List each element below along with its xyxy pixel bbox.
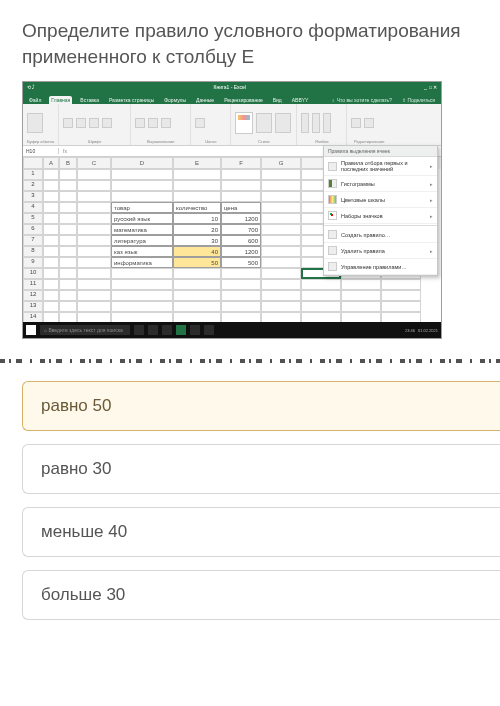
- cell-E9[interactable]: 50: [173, 257, 221, 268]
- dropdown-item-iconsets[interactable]: Наборы значков▸: [324, 208, 437, 224]
- row-10[interactable]: 10: [23, 268, 43, 279]
- start-icon[interactable]: [26, 325, 36, 335]
- format-cell-icon[interactable]: [323, 113, 331, 133]
- taskbar-icon[interactable]: [134, 325, 144, 335]
- cell-D9[interactable]: информатика: [111, 257, 173, 268]
- col-D[interactable]: D: [111, 157, 173, 169]
- chevron-right-icon: ▸: [430, 248, 433, 254]
- tab-view[interactable]: Вид: [271, 96, 284, 104]
- dropdown-item-scales[interactable]: Цветовые шкалы▸: [324, 192, 437, 208]
- row-5[interactable]: 5: [23, 213, 43, 224]
- taskbar-icon[interactable]: [148, 325, 158, 335]
- cell-D5[interactable]: русский язык: [111, 213, 173, 224]
- merge-icon[interactable]: [161, 118, 171, 128]
- col-G[interactable]: G: [261, 157, 301, 169]
- header-товар[interactable]: товар: [111, 202, 173, 213]
- col-B[interactable]: B: [59, 157, 77, 169]
- row-2[interactable]: 2: [23, 180, 43, 191]
- font-icon[interactable]: [63, 118, 73, 128]
- cell-F7[interactable]: 600: [221, 235, 261, 246]
- taskbar-icon[interactable]: [190, 325, 200, 335]
- cell-D6[interactable]: математика: [111, 224, 173, 235]
- ribbon: Буфер обмена Шрифт Выравнивание Число Ст…: [23, 104, 441, 146]
- row-11[interactable]: 11: [23, 279, 43, 290]
- clear-rules-icon: [328, 246, 337, 255]
- col-E[interactable]: E: [173, 157, 221, 169]
- taskbar-search[interactable]: ⌕ Введите здесь текст для поиска: [40, 325, 130, 335]
- tab-insert[interactable]: Вставка: [78, 96, 101, 104]
- taskbar-icon[interactable]: [204, 325, 214, 335]
- cell-D8[interactable]: каз язык: [111, 246, 173, 257]
- dropdown-item-manage-rules[interactable]: Управление правилами…: [324, 259, 437, 275]
- fill-icon[interactable]: [102, 118, 112, 128]
- size-icon[interactable]: [76, 118, 86, 128]
- system-tray[interactable]: 23:46 01.02.2021: [405, 328, 438, 333]
- tell-me[interactable]: ♀ Что вы хотите сделать?: [330, 96, 394, 104]
- label-editing: Редактирование: [351, 139, 387, 144]
- dropdown-item-top-bottom[interactable]: Правила отбора первых и последних значен…: [324, 157, 437, 176]
- answer-options: равно 50 равно 30 меньше 40 больше 30: [0, 381, 500, 620]
- paste-icon[interactable]: [27, 113, 43, 133]
- cell-E7[interactable]: 30: [173, 235, 221, 246]
- wrap-icon[interactable]: [148, 118, 158, 128]
- dropdown-item-new-rule[interactable]: Создать правило…: [324, 227, 437, 243]
- cell-F8[interactable]: 1200: [221, 246, 261, 257]
- col-A[interactable]: A: [43, 157, 59, 169]
- cell-F9[interactable]: 500: [221, 257, 261, 268]
- col-F[interactable]: F: [221, 157, 261, 169]
- name-box[interactable]: H10: [23, 148, 59, 154]
- tab-layout[interactable]: Разметка страницы: [107, 96, 156, 104]
- bold-icon[interactable]: [89, 118, 99, 128]
- taskbar-icon[interactable]: [162, 325, 172, 335]
- share-button[interactable]: ⇪ Поделиться: [400, 96, 437, 104]
- window-controls[interactable]: ⎯ ◻ ✕: [424, 84, 437, 90]
- tab-formulas[interactable]: Формулы: [162, 96, 188, 104]
- row-3[interactable]: 3: [23, 191, 43, 202]
- format-table-icon[interactable]: [256, 113, 272, 133]
- delete-cell-icon[interactable]: [312, 113, 320, 133]
- fx-icon[interactable]: fx: [59, 148, 71, 154]
- header-количество[interactable]: количество: [173, 202, 221, 213]
- row-9[interactable]: 9: [23, 257, 43, 268]
- answer-option-2[interactable]: равно 30: [22, 444, 500, 494]
- row-7[interactable]: 7: [23, 235, 43, 246]
- dropdown-item-clear-rules[interactable]: Удалить правила▸: [324, 243, 437, 259]
- answer-option-1[interactable]: равно 50: [22, 381, 500, 431]
- tab-home[interactable]: Главная: [49, 96, 72, 104]
- col-C[interactable]: C: [77, 157, 111, 169]
- cell-F5[interactable]: 1200: [221, 213, 261, 224]
- cell-F6[interactable]: 700: [221, 224, 261, 235]
- dropdown-item-bars[interactable]: Гистограммы▸: [324, 176, 437, 192]
- row-8[interactable]: 8: [23, 246, 43, 257]
- header-цена[interactable]: цена: [221, 202, 261, 213]
- answer-option-3[interactable]: меньше 40: [22, 507, 500, 557]
- cell-E8[interactable]: 40: [173, 246, 221, 257]
- tray-date: 01.02.2021: [418, 328, 438, 333]
- tab-data[interactable]: Данные: [194, 96, 216, 104]
- row-1[interactable]: 1: [23, 169, 43, 180]
- row-13[interactable]: 13: [23, 301, 43, 312]
- tab-file[interactable]: Файл: [27, 96, 43, 104]
- answer-option-4[interactable]: больше 30: [22, 570, 500, 620]
- cell-D7[interactable]: литература: [111, 235, 173, 246]
- align-icon[interactable]: [135, 118, 145, 128]
- cell-styles-icon[interactable]: [275, 113, 291, 133]
- row-12[interactable]: 12: [23, 290, 43, 301]
- label-number: Число: [195, 139, 226, 144]
- insert-cell-icon[interactable]: [301, 113, 309, 133]
- cell-E6[interactable]: 20: [173, 224, 221, 235]
- tab-abbyy[interactable]: ABBYY: [290, 96, 311, 104]
- tab-review[interactable]: Рецензирование: [222, 96, 265, 104]
- section-divider: [0, 359, 500, 363]
- conditional-formatting-icon[interactable]: [235, 112, 253, 134]
- number-format-icon[interactable]: [195, 118, 205, 128]
- sum-icon[interactable]: [351, 118, 361, 128]
- sort-icon[interactable]: [364, 118, 374, 128]
- excel-screenshot: ⟲ ⤴ Книга1 - Excel ⎯ ◻ ✕ Файл Главная Вс…: [22, 81, 442, 339]
- dropdown-header[interactable]: Правила выделения ячеек: [324, 146, 437, 157]
- cell-E5[interactable]: 10: [173, 213, 221, 224]
- group-styles: Стили: [231, 104, 297, 145]
- row-4[interactable]: 4: [23, 202, 43, 213]
- taskbar-excel-icon[interactable]: [176, 325, 186, 335]
- row-6[interactable]: 6: [23, 224, 43, 235]
